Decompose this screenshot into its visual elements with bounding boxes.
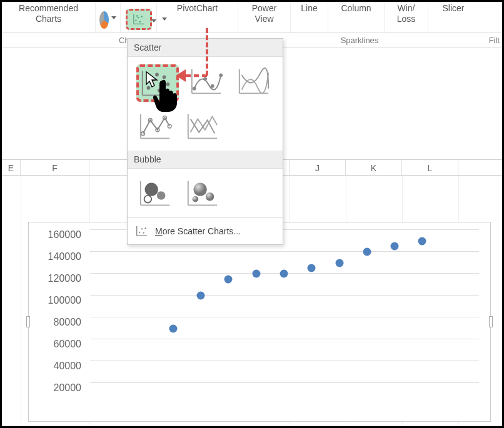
chevron-down-icon xyxy=(111,16,116,19)
col-j[interactable]: J xyxy=(290,160,346,175)
col-k[interactable]: K xyxy=(346,160,402,175)
data-point[interactable] xyxy=(224,275,233,283)
svg-point-45 xyxy=(139,232,140,233)
scatter-section-header: Scatter xyxy=(128,39,283,57)
scatter-mini-icon xyxy=(135,224,149,238)
svg-point-14 xyxy=(155,73,159,77)
scatter-dropdown: Scatter xyxy=(127,38,283,245)
scatter-icon xyxy=(132,12,146,26)
data-point[interactable] xyxy=(418,237,426,245)
y-tick-label: 140000 xyxy=(31,251,81,262)
svg-point-13 xyxy=(163,75,166,79)
svg-point-47 xyxy=(143,232,144,234)
data-point[interactable] xyxy=(308,264,316,272)
svg-point-7 xyxy=(136,15,138,17)
slicer-button[interactable]: Slicer xyxy=(428,2,478,32)
y-tick-label: 80000 xyxy=(31,317,81,328)
svg-point-3 xyxy=(135,19,137,21)
svg-point-12 xyxy=(158,89,161,92)
scatter-markers-icon xyxy=(139,68,175,99)
annotation-arrow xyxy=(206,28,208,76)
col-f[interactable]: F xyxy=(21,160,89,175)
svg-point-5 xyxy=(139,21,141,22)
scatter-smooth-nolines-icon xyxy=(236,66,272,97)
embedded-chart[interactable]: 2000040000600008000010000012000014000016… xyxy=(28,222,491,422)
scatter-smooth-nolines-option[interactable] xyxy=(235,64,274,98)
more-scatter-charts-button[interactable]: More Scatter Charts... xyxy=(128,217,283,244)
data-point[interactable] xyxy=(197,292,205,300)
data-point[interactable] xyxy=(169,324,177,332)
sparklines-group-label: Sparklines xyxy=(291,33,428,47)
svg-point-18 xyxy=(193,87,196,91)
svg-point-36 xyxy=(157,191,166,200)
sparkline-column-button[interactable]: Column xyxy=(328,2,385,32)
bubble-option[interactable] xyxy=(136,176,175,210)
data-point[interactable] xyxy=(363,248,371,256)
recommended-charts-button[interactable]: Recommended Charts xyxy=(2,2,96,32)
bubble-icon xyxy=(137,178,173,209)
bubble-3d-option[interactable] xyxy=(184,176,223,210)
annotation-arrow-head xyxy=(176,69,186,82)
col-l[interactable]: L xyxy=(402,160,458,175)
svg-point-6 xyxy=(141,16,143,17)
svg-point-48 xyxy=(144,227,146,229)
svg-point-35 xyxy=(145,183,158,196)
data-point[interactable] xyxy=(280,270,288,278)
y-tick-label: 100000 xyxy=(31,295,81,306)
powerview-label: Power View xyxy=(242,3,286,24)
scatter-markers-option[interactable] xyxy=(136,64,179,102)
ribbon: Recommended Charts PivotChart Power xyxy=(2,2,502,33)
chevron-down-icon xyxy=(151,19,156,22)
sparkline-winloss-label: Win/ Loss xyxy=(388,3,424,24)
svg-rect-0 xyxy=(133,13,144,24)
svg-point-20 xyxy=(211,84,214,88)
scatter-straight-lines-option[interactable] xyxy=(184,109,223,143)
svg-point-19 xyxy=(203,77,207,81)
sparkline-winloss-button[interactable]: Win/ Loss xyxy=(385,2,428,32)
svg-point-42 xyxy=(193,196,199,202)
bubble-3d-icon xyxy=(184,178,221,209)
data-point[interactable] xyxy=(252,270,260,278)
powerview-button[interactable]: Power View xyxy=(238,2,291,32)
svg-point-46 xyxy=(141,228,143,229)
plot-area[interactable] xyxy=(90,230,479,405)
svg-point-11 xyxy=(151,77,155,81)
svg-point-4 xyxy=(138,16,139,18)
chevron-down-icon xyxy=(162,17,167,21)
svg-point-10 xyxy=(147,86,151,90)
y-tick-label: 160000 xyxy=(31,229,81,241)
bubble-section-header: Bubble xyxy=(128,151,283,169)
svg-point-41 xyxy=(206,192,214,201)
scatter-straight-lines-icon xyxy=(184,111,221,142)
chart-resize-handle[interactable] xyxy=(26,316,30,327)
annotation-arrow xyxy=(186,74,207,77)
y-tick-label: 120000 xyxy=(31,273,81,284)
scatter-straight-lines-markers-icon xyxy=(137,111,173,142)
svg-point-40 xyxy=(194,183,207,196)
svg-point-15 xyxy=(166,82,170,86)
y-tick-label: 40000 xyxy=(31,361,81,372)
more-scatter-label: More Scatter Charts... xyxy=(155,226,241,236)
data-point[interactable] xyxy=(335,259,343,267)
slicer-label: Slicer xyxy=(432,3,475,14)
scatter-straight-lines-markers-option[interactable] xyxy=(136,109,175,143)
svg-point-21 xyxy=(219,73,223,77)
y-tick-label: 60000 xyxy=(31,339,81,350)
pie-chart-button[interactable] xyxy=(96,2,121,32)
sparkline-column-label: Column xyxy=(332,3,380,14)
sparkline-line-button[interactable]: Line xyxy=(291,2,328,32)
y-tick-label: 20000 xyxy=(31,382,81,394)
pie-icon xyxy=(99,11,109,29)
svg-point-26 xyxy=(141,132,145,136)
filter-group-label: Filt xyxy=(428,33,502,47)
svg-point-37 xyxy=(144,196,152,203)
pivotchart-button[interactable]: PivotChart xyxy=(157,2,238,32)
recommended-charts-label: Recommended Charts xyxy=(6,3,91,24)
data-point[interactable] xyxy=(391,242,399,251)
sparkline-line-label: Line xyxy=(295,3,324,14)
pivotchart-label: PivotChart xyxy=(161,3,234,14)
scatter-chart-button[interactable] xyxy=(121,2,157,32)
col-e[interactable]: E xyxy=(2,160,21,175)
chart-resize-handle[interactable] xyxy=(489,316,493,327)
scatter-ribbon-highlight[interactable] xyxy=(126,9,152,30)
